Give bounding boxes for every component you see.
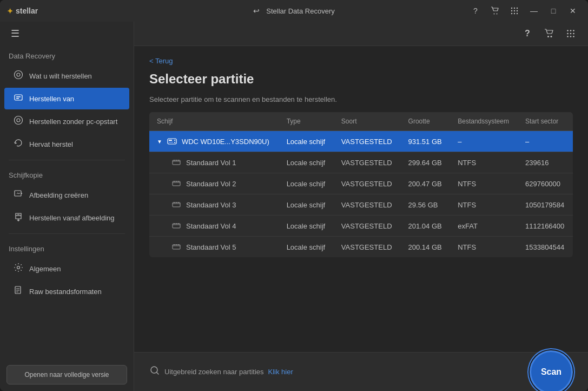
cell-type: Locale schijf <box>279 194 334 216</box>
star-icon: ✦ <box>6 6 14 16</box>
close-button[interactable]: ✕ <box>564 3 582 18</box>
svg-rect-47 <box>173 245 180 249</box>
back-link[interactable]: < Terug <box>149 57 573 65</box>
svg-rect-45 <box>173 203 180 207</box>
divider-2 <box>9 233 125 234</box>
sidebar-item-afbeelding-creeren[interactable]: Afbeelding creëren <box>4 184 129 206</box>
cell-type: Locale schijf <box>279 173 334 194</box>
col-soort: Soort <box>334 112 401 131</box>
svg-point-0 <box>494 14 495 15</box>
table-row[interactable]: Standaard Vol 3Locale schijfVASTGESTELD2… <box>149 194 573 216</box>
row-drive-icon <box>171 242 182 252</box>
sidebar-item-wat-u-wilt-herstellen[interactable]: Wat u wilt herstellen <box>4 65 129 87</box>
top-bar-icons: ? <box>134 22 588 46</box>
col-type: Type <box>279 112 334 131</box>
chevron-icon: ▼ <box>157 139 162 145</box>
sidebar-item-herstellen-zonder-pc-opstart[interactable]: Herstellen zonder pc-opstart <box>4 110 129 132</box>
sidebar-item-raw-bestandsformaten[interactable]: Raw bestandsformaten <box>4 281 129 302</box>
svg-rect-14 <box>16 96 21 97</box>
maximize-button[interactable]: □ <box>545 3 562 18</box>
svg-point-41 <box>174 142 175 143</box>
subtitle: Selecteer partitie om te scannen en best… <box>149 95 573 103</box>
svg-point-22 <box>17 266 20 269</box>
herstellen-zonder-pc-opstart-icon <box>13 115 24 127</box>
help-button[interactable]: ? <box>467 3 484 18</box>
open-full-button[interactable]: Openen naar volledige versie <box>6 365 127 385</box>
cell-bestandssysteem: NTFS <box>450 237 518 258</box>
sidebar-item-herstellen-vanaf-afbeelding[interactable]: Herstellen vanaf afbeelding <box>4 207 129 229</box>
sidebar-item-herstellen-van[interactable]: Herstellen van <box>4 88 129 109</box>
row-drive-icon <box>167 136 177 147</box>
table-row[interactable]: Standaard Vol 2Locale schijfVASTGESTELD2… <box>149 173 573 194</box>
table-row[interactable]: Standaard Vol 1Locale schijfVASTGESTELD2… <box>149 152 573 173</box>
cell-soort: VASTGESTELD <box>334 131 401 152</box>
scan-button[interactable]: Scan <box>530 350 573 392</box>
algemeen-label: Algemeen <box>29 265 61 273</box>
svg-point-16 <box>15 116 23 125</box>
cell-start_sector: 1533804544 <box>518 237 573 258</box>
svg-rect-39 <box>169 140 172 141</box>
sidebar-item-hervat-herstel[interactable]: Hervat herstel <box>4 133 129 155</box>
svg-point-35 <box>567 36 569 37</box>
cell-grootte: 299.64 GB <box>401 152 451 173</box>
klik-hier-link[interactable]: Klik hier <box>268 368 293 376</box>
svg-point-32 <box>567 33 569 35</box>
cell-bestandssysteem: – <box>450 131 518 152</box>
window-title: Stellar Data Recovery <box>266 7 334 15</box>
raw-bestandsformaten-icon <box>13 285 24 297</box>
table-row[interactable]: Standaard Vol 5Locale schijfVASTGESTELD2… <box>149 237 573 258</box>
cart-button[interactable] <box>486 3 504 18</box>
top-help-button[interactable]: ? <box>519 25 536 42</box>
cell-start_sector: 239616 <box>518 152 573 173</box>
table-row[interactable]: Standaard Vol 4Locale schijfVASTGESTELD2… <box>149 216 573 237</box>
svg-point-40 <box>174 140 175 141</box>
wat-u-wilt-herstellen-label: Wat u wilt herstellen <box>29 72 92 80</box>
cell-soort: VASTGESTELD <box>334 173 401 194</box>
page-title: Selecteer partitie <box>149 71 573 87</box>
partition-table-body: ▼ WDC WD10E...Y3SDN90U)Locale schijfVAST… <box>149 131 573 258</box>
svg-point-27 <box>547 36 549 37</box>
cell-grootte: 931.51 GB <box>401 131 451 152</box>
herstellen-zonder-pc-opstart-label: Herstellen zonder pc-opstart <box>29 118 117 126</box>
cell-grootte: 29.56 GB <box>401 194 451 216</box>
cell-soort: VASTGESTELD <box>334 216 401 237</box>
top-grid-button[interactable] <box>562 25 579 42</box>
sidebar-header: ☰ <box>0 22 134 45</box>
sidebar-bottom: Openen naar volledige versie <box>0 359 134 391</box>
schijf-name: Standaard Vol 3 <box>186 201 236 209</box>
cell-name-vol4: Standaard Vol 4 <box>171 220 272 231</box>
grid-button[interactable] <box>506 3 523 18</box>
svg-point-7 <box>517 10 518 11</box>
hamburger-button[interactable]: ☰ <box>9 25 22 42</box>
svg-point-12 <box>17 73 20 76</box>
hervat-herstel-label: Hervat herstel <box>29 140 73 148</box>
svg-point-33 <box>570 33 572 35</box>
svg-point-10 <box>517 13 518 14</box>
svg-point-3 <box>514 8 515 9</box>
cell-name-vol3: Standaard Vol 3 <box>171 199 272 210</box>
svg-point-6 <box>514 10 515 11</box>
svg-rect-44 <box>173 181 180 186</box>
herstellen-van-icon <box>13 93 24 105</box>
partition-table: Schijf Type Soort Grootte Bestandssystee… <box>149 112 573 257</box>
bottom-bar: Uitgebreid zoeken naar partities Klik hi… <box>134 352 588 391</box>
cell-start_sector: 1050179584 <box>518 194 573 216</box>
cell-bestandssysteem: exFAT <box>450 216 518 237</box>
cell-soort: VASTGESTELD <box>334 237 401 258</box>
cell-soort: VASTGESTELD <box>334 194 401 216</box>
sidebar-section-schijfkopie: Schijfkopie <box>0 165 134 184</box>
table-header-row: Schijf Type Soort Grootte Bestandssystee… <box>149 112 573 131</box>
cell-name-vol2: Standaard Vol 2 <box>171 178 272 189</box>
svg-point-11 <box>15 71 23 79</box>
col-bestandssysteem: Bestandssysteem <box>450 112 518 131</box>
svg-point-30 <box>570 30 572 31</box>
table-row[interactable]: ▼ WDC WD10E...Y3SDN90U)Locale schijfVAST… <box>149 131 573 152</box>
minimize-button[interactable]: — <box>525 3 543 18</box>
sidebar-section-instellingen: Instellingen <box>0 238 134 257</box>
top-cart-button[interactable] <box>540 25 558 42</box>
afbeelding-creeren-label: Afbeelding creëren <box>29 191 88 199</box>
svg-point-36 <box>570 36 572 37</box>
sidebar-item-algemeen[interactable]: Algemeen <box>4 258 129 279</box>
schijf-name: Standaard Vol 4 <box>186 222 236 230</box>
svg-point-1 <box>497 14 498 15</box>
